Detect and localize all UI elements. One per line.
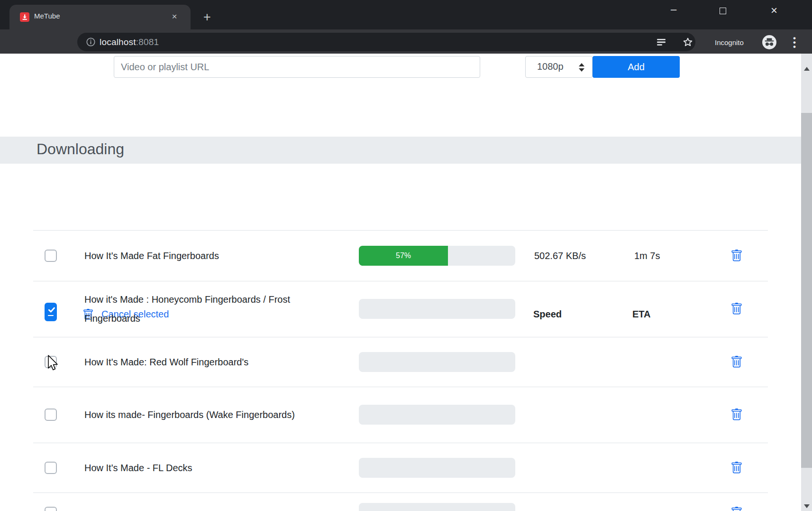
row-checkbox[interactable] bbox=[45, 462, 57, 474]
star-icon[interactable] bbox=[682, 37, 693, 48]
row-checkbox[interactable] bbox=[45, 303, 57, 315]
plus-icon: + bbox=[203, 10, 211, 24]
download-row: How It's Made: Red Wolf Fingerboard's bbox=[0, 337, 801, 387]
browser-window: MeTube × + – × localhost:8081 Incognito … bbox=[0, 0, 812, 511]
scrollbar-up-button[interactable] bbox=[801, 54, 812, 68]
quality-select[interactable]: 1080p bbox=[525, 56, 593, 78]
trash-icon bbox=[730, 409, 743, 421]
delete-download-button[interactable] bbox=[730, 250, 743, 262]
metube-favicon-icon bbox=[20, 12, 29, 22]
trash-icon bbox=[730, 303, 743, 315]
address-bar[interactable] bbox=[77, 33, 695, 51]
progress-bar bbox=[359, 503, 515, 511]
delete-download-button[interactable] bbox=[730, 356, 743, 368]
tab-close-icon[interactable]: × bbox=[169, 11, 180, 22]
download-row bbox=[0, 492, 801, 511]
row-divider bbox=[33, 492, 768, 493]
trash-icon bbox=[730, 356, 743, 368]
trash-icon bbox=[730, 507, 743, 511]
row-divider bbox=[33, 387, 768, 387]
page-scrollbar[interactable] bbox=[801, 54, 812, 511]
download-title: How It's Made Fat Fingerboards bbox=[84, 246, 219, 265]
info-icon[interactable] bbox=[86, 37, 96, 47]
download-row: How it's Made : Honeycomb Fingerboards /… bbox=[0, 281, 801, 337]
download-title: How its made- Fingerboards (Wake Fingerb… bbox=[84, 405, 295, 424]
progress-bar bbox=[359, 405, 515, 425]
row-divider bbox=[33, 281, 768, 281]
delete-download-button[interactable] bbox=[730, 462, 743, 474]
downloads-table-header: Cancel selected Speed ETA bbox=[0, 164, 801, 230]
row-divider bbox=[33, 443, 768, 443]
row-divider bbox=[33, 337, 768, 337]
delete-download-button[interactable] bbox=[730, 507, 743, 511]
reading-list-icon[interactable] bbox=[656, 37, 667, 48]
progress-bar bbox=[359, 299, 515, 319]
download-speed: 502.67 KB/s bbox=[534, 250, 586, 261]
progress-bar bbox=[359, 352, 515, 372]
window-close-button[interactable]: × bbox=[764, 4, 785, 18]
arrow-down-icon bbox=[804, 504, 810, 508]
downloading-section-header: Downloading bbox=[0, 137, 801, 164]
download-row: How its made- Fingerboards (Wake Fingerb… bbox=[0, 387, 801, 443]
trash-icon bbox=[730, 462, 743, 474]
metube-page: 1080p Add Downloading Cancel selected Sp… bbox=[0, 54, 801, 511]
download-title: How It's Made - FL Decks bbox=[84, 458, 192, 477]
progress-bar: 57% bbox=[359, 246, 515, 266]
scrollbar-down-button[interactable] bbox=[801, 497, 812, 511]
row-divider bbox=[33, 230, 768, 231]
check-icon bbox=[47, 305, 56, 316]
download-row: How It's Made Fat Fingerboards 57% 502.6… bbox=[0, 230, 801, 281]
new-tab-button[interactable]: + bbox=[200, 10, 214, 25]
delete-download-button[interactable] bbox=[730, 409, 743, 421]
row-checkbox[interactable] bbox=[45, 507, 57, 511]
tab-title: MeTube bbox=[34, 12, 60, 20]
download-eta: 1m 7s bbox=[634, 250, 660, 261]
download-row: How It's Made - FL Decks bbox=[0, 443, 801, 492]
quality-selected-value: 1080p bbox=[537, 61, 564, 72]
window-maximize-button[interactable] bbox=[712, 4, 733, 18]
incognito-label: Incognito bbox=[715, 38, 744, 46]
download-title: How it's Made : Honeycomb Fingerboards /… bbox=[84, 290, 307, 328]
incognito-badge-icon[interactable] bbox=[762, 35, 776, 49]
video-url-input[interactable] bbox=[114, 56, 480, 78]
row-checkbox[interactable] bbox=[45, 250, 57, 262]
row-checkbox[interactable] bbox=[45, 356, 57, 368]
download-title: How It's Made: Red Wolf Fingerboard's bbox=[84, 353, 248, 372]
chevron-updown-icon bbox=[579, 63, 584, 72]
section-title: Downloading bbox=[36, 140, 124, 158]
kebab-menu-icon[interactable]: ••• bbox=[790, 36, 799, 48]
arrow-up-icon bbox=[804, 67, 810, 71]
delete-download-button[interactable] bbox=[730, 303, 743, 315]
add-button[interactable]: Add bbox=[593, 56, 680, 78]
progress-bar bbox=[359, 458, 515, 478]
scrollbar-thumb[interactable] bbox=[801, 113, 812, 468]
window-minimize-button[interactable]: – bbox=[663, 4, 684, 18]
progress-bar-fill: 57% bbox=[359, 246, 448, 266]
browser-tab[interactable]: MeTube × bbox=[9, 5, 191, 29]
trash-icon bbox=[730, 250, 743, 262]
tab-strip: MeTube × + – × bbox=[0, 0, 812, 29]
row-checkbox[interactable] bbox=[45, 409, 57, 421]
url-text[interactable]: localhost:8081 bbox=[100, 37, 159, 47]
